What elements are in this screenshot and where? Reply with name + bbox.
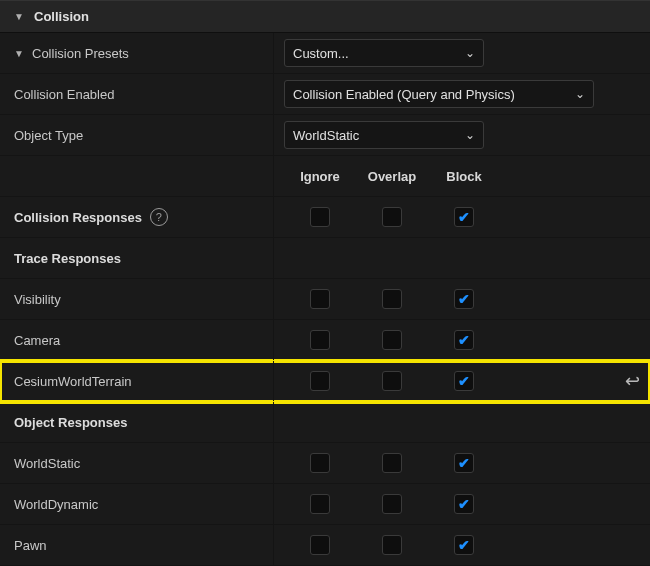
block-checkbox[interactable] (454, 289, 474, 309)
column-header-row: Ignore Overlap Block (0, 156, 650, 197)
responses-ignore-checkbox[interactable] (310, 207, 330, 227)
response-label: Camera (14, 333, 60, 348)
collision-section-title: Collision (34, 9, 89, 24)
response-label: Pawn (14, 538, 47, 553)
block-checkbox[interactable] (454, 535, 474, 555)
object-type-dropdown[interactable]: WorldStatic ⌄ (284, 121, 484, 149)
block-checkbox[interactable] (454, 453, 474, 473)
response-label: Visibility (14, 292, 61, 307)
collision-enabled-value: Collision Enabled (Query and Physics) (293, 87, 515, 102)
response-label: CesiumWorldTerrain (14, 374, 132, 389)
overlap-checkbox[interactable] (382, 535, 402, 555)
object-responses-header-row: Object Responses (0, 402, 650, 443)
ignore-checkbox[interactable] (310, 453, 330, 473)
collision-responses-label: Collision Responses (14, 210, 142, 225)
collision-section-header[interactable]: ▼ Collision (0, 0, 650, 33)
block-checkbox[interactable] (454, 494, 474, 514)
responses-overlap-checkbox[interactable] (382, 207, 402, 227)
trace-responses-header-row: Trace Responses (0, 238, 650, 279)
collision-presets-row: ▼ Collision Presets Custom... ⌄ (0, 33, 650, 74)
overlap-checkbox[interactable] (382, 371, 402, 391)
object-type-row: Object Type WorldStatic ⌄ (0, 115, 650, 156)
ignore-checkbox[interactable] (310, 330, 330, 350)
collision-presets-value: Custom... (293, 46, 349, 61)
ignore-checkbox[interactable] (310, 289, 330, 309)
expand-arrow-icon: ▼ (14, 11, 24, 22)
help-icon[interactable]: ? (150, 208, 168, 226)
response-row: Visibility (0, 279, 650, 320)
overlap-checkbox[interactable] (382, 453, 402, 473)
chevron-down-icon: ⌄ (465, 128, 475, 142)
trace-responses-header: Trace Responses (14, 251, 121, 266)
ignore-checkbox[interactable] (310, 535, 330, 555)
overlap-checkbox[interactable] (382, 494, 402, 514)
reset-icon[interactable]: ↩ (625, 370, 640, 392)
ignore-checkbox[interactable] (310, 494, 330, 514)
collision-enabled-dropdown[interactable]: Collision Enabled (Query and Physics) ⌄ (284, 80, 594, 108)
collision-responses-row: Collision Responses ? (0, 197, 650, 238)
response-label: WorldStatic (14, 456, 80, 471)
block-checkbox[interactable] (454, 371, 474, 391)
response-row: WorldDynamic (0, 484, 650, 525)
collision-presets-label: Collision Presets (32, 46, 129, 61)
block-column-header: Block (428, 169, 500, 184)
chevron-down-icon: ⌄ (465, 46, 475, 60)
response-row: WorldStatic (0, 443, 650, 484)
responses-block-checkbox[interactable] (454, 207, 474, 227)
ignore-checkbox[interactable] (310, 371, 330, 391)
collision-presets-dropdown[interactable]: Custom... ⌄ (284, 39, 484, 67)
collision-panel: ▼ Collision ▼ Collision Presets Custom..… (0, 0, 650, 566)
response-row: Pawn (0, 525, 650, 566)
object-type-label: Object Type (14, 128, 83, 143)
response-label: WorldDynamic (14, 497, 98, 512)
block-checkbox[interactable] (454, 330, 474, 350)
overlap-checkbox[interactable] (382, 330, 402, 350)
collision-enabled-label: Collision Enabled (14, 87, 114, 102)
overlap-checkbox[interactable] (382, 289, 402, 309)
response-row: CesiumWorldTerrain↩ (0, 361, 650, 402)
object-responses-header: Object Responses (14, 415, 127, 430)
expand-arrow-icon[interactable]: ▼ (14, 48, 24, 59)
collision-enabled-row: Collision Enabled Collision Enabled (Que… (0, 74, 650, 115)
object-type-value: WorldStatic (293, 128, 359, 143)
ignore-column-header: Ignore (284, 169, 356, 184)
overlap-column-header: Overlap (356, 169, 428, 184)
chevron-down-icon: ⌄ (575, 87, 585, 101)
response-row: Camera (0, 320, 650, 361)
